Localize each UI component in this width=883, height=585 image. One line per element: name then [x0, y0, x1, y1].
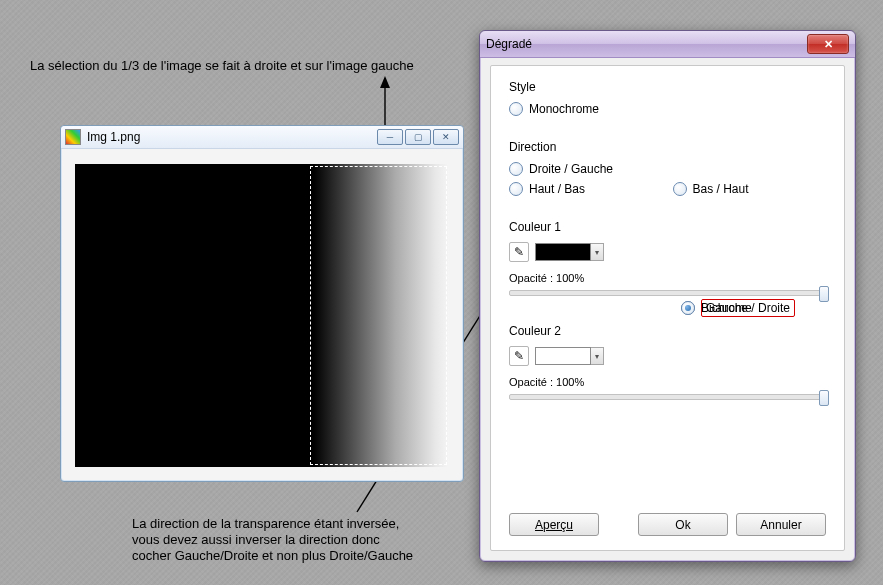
dialog-titlebar[interactable]: Dégradé ✕: [480, 31, 855, 58]
minimize-button[interactable]: ─: [377, 129, 403, 145]
eyedropper-icon: ✎: [514, 349, 524, 363]
slider-thumb[interactable]: [819, 390, 829, 406]
radio-label: Monochrome: [529, 102, 599, 116]
slider-thumb[interactable]: [819, 286, 829, 302]
radio-dot-icon: [509, 182, 523, 196]
radio-dot-icon: [509, 162, 523, 176]
maximize-button[interactable]: ▢: [405, 129, 431, 145]
selection-marquee: [310, 166, 447, 465]
svg-marker-1: [380, 76, 390, 88]
image-canvas[interactable]: [75, 164, 449, 467]
annotation-top: La sélection du 1/3 de l'image se fait à…: [30, 58, 414, 74]
color2-dropdown[interactable]: ▾: [591, 347, 604, 365]
radio-dot-icon: [673, 182, 687, 196]
eyedropper-icon: ✎: [514, 245, 524, 259]
color1-swatch[interactable]: [535, 243, 591, 261]
color1-dropdown[interactable]: ▾: [591, 243, 604, 261]
radio-dot-icon: [681, 301, 695, 315]
image-window-title: Img 1.png: [87, 130, 377, 144]
radio-label: Gauche / Droite: [701, 299, 795, 317]
radio-label: Droite / Gauche: [529, 162, 613, 176]
opacity2-slider[interactable]: [509, 394, 826, 400]
radio-dot-icon: [509, 102, 523, 116]
button-label: Aperçu: [535, 518, 573, 532]
dialog-close-button[interactable]: ✕: [807, 34, 849, 54]
preview-button[interactable]: Aperçu: [509, 513, 599, 536]
ok-button[interactable]: Ok: [638, 513, 728, 536]
color1-picker-button[interactable]: ✎: [509, 242, 529, 262]
annotation-bottom: La direction de la transparence étant in…: [132, 516, 413, 564]
opacity1-slider[interactable]: [509, 290, 826, 296]
cancel-button[interactable]: Annuler: [736, 513, 826, 536]
chevron-down-icon: ▾: [595, 248, 599, 257]
dialog-title: Dégradé: [486, 37, 807, 51]
image-window-titlebar[interactable]: Img 1.png ─ ▢ ✕: [61, 126, 463, 149]
color2-picker-button[interactable]: ✎: [509, 346, 529, 366]
chevron-down-icon: ▾: [595, 352, 599, 361]
radio-droite-gauche[interactable]: Droite / Gauche: [509, 162, 669, 176]
image-file-icon: [65, 129, 81, 145]
close-icon: ✕: [824, 38, 833, 51]
radio-monochrome[interactable]: Monochrome: [509, 102, 669, 116]
radio-label: Haut / Bas: [529, 182, 585, 196]
color2-swatch[interactable]: [535, 347, 591, 365]
gradient-dialog: Dégradé ✕ Style Bichrome Monochrome Dire…: [479, 30, 856, 562]
radio-haut-bas[interactable]: Haut / Bas: [509, 182, 663, 196]
close-button[interactable]: ✕: [433, 129, 459, 145]
image-window: Img 1.png ─ ▢ ✕: [60, 125, 464, 482]
radio-gauche-droite[interactable]: Gauche / Droite: [680, 68, 842, 548]
